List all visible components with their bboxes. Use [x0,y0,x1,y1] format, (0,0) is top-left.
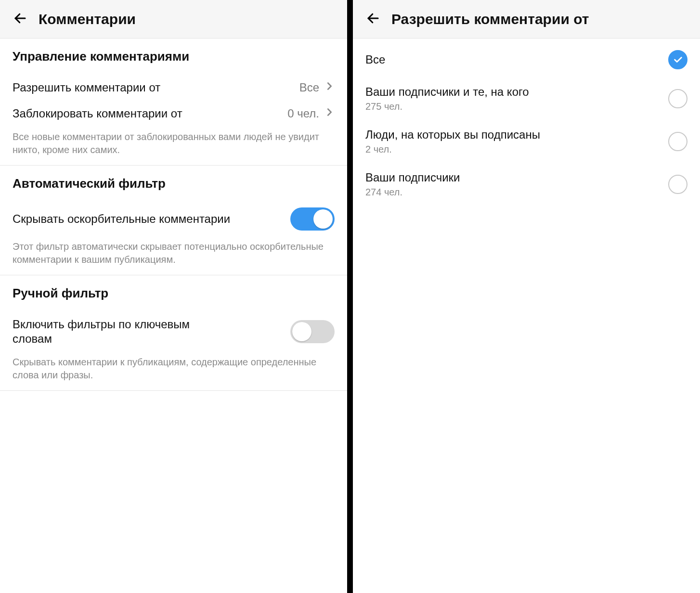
option-title: Ваши подписчики [365,170,460,185]
header: Комментарии [0,0,347,39]
allow-comments-from-row[interactable]: Разрешить комментарии от Все [13,75,335,101]
allow-comments-from-screen: Разрешить комментарии от Все Ваши подпис… [350,0,700,593]
option-text: Ваши подписчики 274 чел. [365,170,460,198]
hide-offensive-toggle[interactable] [290,207,335,231]
block-comments-from-row[interactable]: Заблокировать комментарии от 0 чел. [13,101,335,127]
toggle-knob [313,209,333,229]
arrow-left-icon [366,11,380,27]
allow-comments-from-label: Разрешить комментарии от [13,80,160,95]
option-followers[interactable]: Ваши подписчики 274 чел. [353,163,700,206]
option-text: Все [365,52,385,67]
header: Разрешить комментарии от [353,0,700,39]
keyword-filter-row: Включить фильтры по ключевым словам [13,311,335,352]
hide-offensive-label: Скрывать оскорбительные комментарии [13,212,230,226]
section-manual-filter: Ручной фильтр Включить фильтры по ключев… [0,275,347,391]
section-title-auto: Автоматический фильтр [13,176,335,191]
allow-comments-from-value-wrap: Все [299,81,335,94]
arrow-left-icon [13,11,27,27]
option-subtitle: 275 чел. [365,101,529,112]
check-icon [673,54,683,65]
option-subtitle: 274 чел. [365,187,460,198]
option-followers-and-following[interactable]: Ваши подписчики и те, на кого 275 чел. [353,77,700,120]
back-button[interactable] [363,9,384,30]
radio-indicator [668,89,687,108]
auto-helper-text: Этот фильтр автоматически скрывает потен… [13,240,335,266]
option-everyone[interactable]: Все [353,42,700,77]
section-manage-comments: Управление комментариями Разрешить комме… [0,39,347,166]
allow-from-options: Все Ваши подписчики и те, на кого 275 че… [353,39,700,209]
allow-comments-from-value: Все [299,81,319,94]
chevron-right-icon [324,107,335,120]
block-comments-from-label: Заблокировать комментарии от [13,106,182,121]
page-title: Комментарии [39,11,136,27]
back-button[interactable] [10,9,31,30]
option-subtitle: 2 чел. [365,144,540,155]
chevron-right-icon [324,81,335,94]
option-text: Люди, на которых вы подписаны 2 чел. [365,128,540,155]
radio-indicator [668,175,687,194]
manage-helper-text: Все новые комментарии от заблокированных… [13,130,335,156]
page-title: Разрешить комментарии от [391,11,589,27]
option-text: Ваши подписчики и те, на кого 275 чел. [365,85,529,112]
radio-indicator [668,50,687,69]
section-title-manual: Ручной фильтр [13,286,335,301]
manual-helper-text: Скрывать комментарии к публикациям, соде… [13,356,335,382]
radio-indicator [668,132,687,151]
section-auto-filter: Автоматический фильтр Скрывать оскорбите… [0,166,347,275]
keyword-filter-toggle[interactable] [290,320,335,343]
comments-settings-screen: Комментарии Управление комментариями Раз… [0,0,350,593]
block-comments-from-value-wrap: 0 чел. [287,107,335,120]
block-comments-from-value: 0 чел. [287,107,319,120]
option-title: Все [365,52,385,67]
option-following[interactable]: Люди, на которых вы подписаны 2 чел. [353,120,700,163]
section-title-manage: Управление комментариями [13,49,335,64]
keyword-filter-label: Включить фильтры по ключевым словам [13,317,232,346]
toggle-knob [292,322,311,341]
hide-offensive-row: Скрывать оскорбительные комментарии [13,202,335,236]
option-title: Люди, на которых вы подписаны [365,128,540,142]
option-title: Ваши подписчики и те, на кого [365,85,529,99]
